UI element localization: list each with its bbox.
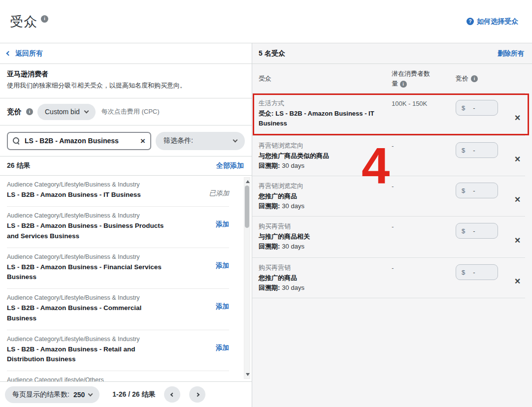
potential-customers: - bbox=[392, 141, 456, 176]
audience-type: 购买再营销 bbox=[259, 222, 392, 231]
column-potential: 潜在消费者数量 bbox=[392, 70, 430, 87]
audience-name: 您推广的商品 bbox=[259, 273, 396, 283]
bid-type-dropdown[interactable]: Custom bid bbox=[37, 104, 96, 120]
bid-value: - bbox=[473, 187, 475, 194]
bid-type-value: Custom bid bbox=[45, 108, 80, 116]
lookback-value: 30 days bbox=[282, 284, 304, 291]
per-page-label: 每页显示的结果数: bbox=[12, 390, 69, 399]
audience-type: 生活方式 bbox=[259, 99, 392, 108]
remove-all-link[interactable]: 删除所有 bbox=[498, 49, 524, 58]
audience-name: 与推广的商品相关 bbox=[259, 232, 396, 242]
results-pagination-bar: 每页显示的结果数: 250 1-26 / 26 结果 bbox=[0, 381, 252, 407]
list-item[interactable]: Audience Category/Lifestyle/Business & I… bbox=[7, 330, 229, 372]
remove-audience-icon[interactable]: × bbox=[515, 264, 521, 298]
potential-customers: - bbox=[392, 263, 456, 298]
bid-value: - bbox=[473, 227, 475, 235]
search-icon bbox=[13, 137, 20, 145]
chevron-left-icon bbox=[6, 51, 11, 56]
selected-audiences-panel: 5 名受众 删除所有 受众 潜在消费者数量 i 竞价 i 生活方式 bbox=[252, 43, 532, 407]
how-to-choose-audience-link[interactable]: ? 如何选择受众 bbox=[466, 17, 518, 26]
table-row: 购买再营销 与推广的商品相关 回溯期:30 days - $ - × bbox=[252, 217, 525, 258]
item-name: LS - B2B - Amazon Business - Retail and … bbox=[7, 344, 171, 365]
remove-audience-icon[interactable]: × bbox=[515, 222, 521, 257]
back-link-label: 返回所有 bbox=[15, 49, 43, 58]
table-row: 再营销浏览定向 与您推广商品类似的商品 回溯期:30 days - $ - × bbox=[252, 136, 525, 176]
audience-name: 与您推广商品类似的商品 bbox=[259, 151, 396, 161]
bid-info-icon[interactable]: i bbox=[471, 75, 478, 82]
list-item[interactable]: Audience Category/Lifestyle/Business & I… bbox=[7, 176, 229, 207]
audience-targeting-page: 受众 i ? 如何选择受众 返回所有 亚马逊消费者 使用我们的独家细分吸引相关受… bbox=[0, 0, 532, 407]
help-link-label: 如何选择受众 bbox=[477, 17, 518, 26]
potential-customers: - bbox=[392, 222, 456, 257]
list-item[interactable]: Audience Category/Lifestyle/Others bbox=[7, 371, 229, 381]
category-title: 亚马逊消费者 bbox=[7, 70, 244, 79]
item-name: LS - B2B - Amazon Business - Commercial … bbox=[7, 303, 171, 323]
remove-audience-icon[interactable]: × bbox=[515, 99, 521, 135]
lookback-value: 30 days bbox=[282, 243, 304, 250]
add-all-link[interactable]: 全部添加 bbox=[216, 161, 244, 170]
category-intro: 亚马逊消费者 使用我们的独家细分吸引相关受众，以提高知名度和购买意向。 bbox=[0, 64, 252, 98]
lookback-label: 回溯期: bbox=[259, 162, 280, 169]
cpc-label: 每次点击费用 (CPC) bbox=[101, 107, 160, 116]
back-to-all-link[interactable]: 返回所有 bbox=[7, 49, 43, 58]
filter-dropdown[interactable]: 筛选条件: bbox=[156, 132, 245, 150]
list-item[interactable]: Audience Category/Lifestyle/Business & I… bbox=[7, 207, 229, 248]
scroll-down-icon[interactable] bbox=[246, 373, 250, 376]
lookback-label: 回溯期: bbox=[259, 202, 280, 210]
table-row: 购买再营销 您推广的商品 回溯期:30 days - $ - × bbox=[252, 258, 525, 298]
table-row: 生活方式 受众:LS - B2B - Amazon Business - IT … bbox=[252, 94, 525, 136]
currency-symbol: $ bbox=[462, 269, 465, 276]
prev-page-button[interactable] bbox=[164, 386, 180, 403]
remove-audience-icon[interactable]: × bbox=[515, 142, 521, 176]
bid-value: - bbox=[473, 269, 475, 276]
potential-customers: - bbox=[392, 182, 456, 216]
audience-name-label: 受众: bbox=[259, 110, 273, 117]
question-icon: ? bbox=[466, 18, 474, 25]
currency-symbol: $ bbox=[462, 187, 465, 194]
item-category: Audience Category/Lifestyle/Business & I… bbox=[7, 294, 171, 301]
chevron-down-icon bbox=[88, 391, 93, 396]
results-range: 1-26 / 26 结果 bbox=[112, 390, 155, 399]
remove-audience-icon[interactable]: × bbox=[515, 182, 521, 216]
scroll-up-icon[interactable] bbox=[246, 180, 250, 183]
bid-input[interactable]: $ - bbox=[456, 100, 498, 116]
bid-value: - bbox=[473, 147, 475, 154]
add-button[interactable]: 添加 bbox=[216, 220, 229, 241]
category-description: 使用我们的独家细分吸引相关受众，以提高知名度和购买意向。 bbox=[7, 81, 244, 90]
potential-info-icon[interactable]: i bbox=[400, 81, 407, 88]
item-category: Audience Category/Lifestyle/Business & I… bbox=[7, 181, 171, 188]
bid-value: - bbox=[473, 104, 475, 112]
results-count: 26 结果 bbox=[7, 161, 30, 170]
next-page-button[interactable] bbox=[189, 386, 205, 403]
add-button[interactable]: 添加 bbox=[216, 344, 229, 365]
scrollbar-thumb[interactable] bbox=[245, 186, 249, 228]
bid-input[interactable]: $ - bbox=[456, 183, 498, 198]
table-row: 再营销浏览定向 您推广的商品 回溯期:30 days - $ - × bbox=[252, 176, 525, 217]
add-button[interactable]: 添加 bbox=[216, 302, 229, 323]
search-input[interactable] bbox=[25, 137, 136, 145]
selected-count: 5 名受众 bbox=[259, 49, 285, 58]
currency-symbol: $ bbox=[462, 227, 465, 235]
audience-name: LS - B2B - Amazon Business - IT Business bbox=[259, 110, 374, 127]
chevron-down-icon bbox=[233, 138, 238, 143]
item-name: LS - B2B - Amazon Business - Financial S… bbox=[7, 262, 171, 282]
filter-label: 筛选条件: bbox=[164, 136, 193, 145]
bid-info-icon[interactable]: i bbox=[26, 108, 33, 115]
list-scrollbar[interactable] bbox=[244, 177, 250, 379]
lookback-label: 回溯期: bbox=[259, 284, 280, 291]
page-header: 受众 i ? 如何选择受众 bbox=[0, 0, 532, 43]
list-item[interactable]: Audience Category/Lifestyle/Business & I… bbox=[7, 248, 229, 289]
bid-input[interactable]: $ - bbox=[456, 142, 498, 158]
list-item[interactable]: Audience Category/Lifestyle/Business & I… bbox=[7, 289, 229, 330]
item-category: Audience Category/Lifestyle/Business & I… bbox=[7, 253, 171, 260]
currency-symbol: $ bbox=[462, 104, 465, 112]
bid-input[interactable]: $ - bbox=[456, 223, 498, 239]
item-name: LS - B2B - Amazon Business - IT Business bbox=[7, 190, 171, 200]
add-button[interactable]: 添加 bbox=[216, 261, 229, 282]
bid-input[interactable]: $ - bbox=[456, 264, 498, 280]
item-name: LS - B2B - Amazon Business - Business Pr… bbox=[7, 221, 171, 241]
per-page-dropdown[interactable]: 每页显示的结果数: 250 bbox=[5, 386, 100, 403]
clear-search-icon[interactable]: × bbox=[140, 137, 145, 145]
info-icon[interactable]: i bbox=[41, 15, 48, 23]
item-category: Audience Category/Lifestyle/Business & I… bbox=[7, 212, 171, 219]
